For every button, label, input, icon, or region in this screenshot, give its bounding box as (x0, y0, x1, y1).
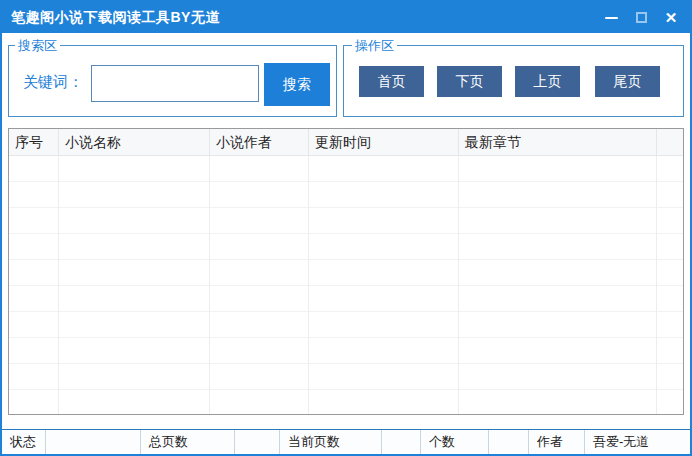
operation-section: 操作区 首页下页上页尾页 (343, 45, 684, 117)
table-cell (657, 182, 683, 208)
table-cell (59, 234, 210, 260)
table-cell (459, 286, 657, 312)
table-cell (210, 364, 309, 390)
novel-table: 序号小说名称小说作者更新时间最新章节 (8, 128, 684, 415)
status-bar: 状态总页数当前页数个数作者吾爱-无道 (2, 429, 690, 454)
table-cell (59, 156, 210, 182)
status-segment-author-label: 作者 (529, 430, 585, 454)
nav-button-prev-page[interactable]: 上页 (515, 66, 580, 97)
table-cell (657, 338, 683, 364)
table-row (9, 208, 683, 234)
column-header-4[interactable]: 最新章节 (459, 129, 657, 156)
column-header-5[interactable] (657, 129, 683, 156)
table-cell (9, 260, 59, 286)
nav-buttons: 首页下页上页尾页 (344, 46, 683, 116)
table-cell (9, 312, 59, 338)
table-cell (657, 364, 683, 390)
column-header-2[interactable]: 小说作者 (210, 129, 309, 156)
status-segment-count-value (489, 430, 529, 454)
window-controls: ✕ (596, 2, 690, 33)
table-cell (9, 156, 59, 182)
status-segment-current-page-label: 当前页数 (280, 430, 382, 454)
table-cell (59, 364, 210, 390)
status-segment-total-pages-value (235, 430, 280, 454)
table-cell (9, 286, 59, 312)
table-cell (210, 390, 309, 415)
titlebar: 笔趣阁小说下载阅读工具BY无道 ✕ (2, 2, 690, 33)
table-header: 序号小说名称小说作者更新时间最新章节 (9, 129, 683, 156)
nav-button-next-page[interactable]: 下页 (437, 66, 502, 97)
table-cell (657, 312, 683, 338)
table-cell (459, 260, 657, 286)
status-segment-status-label: 状态 (2, 430, 46, 454)
table-row (9, 182, 683, 208)
table-cell (210, 286, 309, 312)
table-cell (459, 182, 657, 208)
table-cell (309, 234, 459, 260)
table-cell (59, 338, 210, 364)
table-cell (309, 364, 459, 390)
close-button[interactable]: ✕ (656, 2, 686, 33)
table-cell (459, 208, 657, 234)
table-cell (657, 260, 683, 286)
table-cell (309, 156, 459, 182)
table-cell (9, 364, 59, 390)
table-cell (9, 208, 59, 234)
table-row (9, 312, 683, 338)
table-cell (309, 260, 459, 286)
maximize-icon (636, 12, 647, 23)
status-segment-status-value (46, 430, 141, 454)
column-header-1[interactable]: 小说名称 (59, 129, 210, 156)
table-cell (657, 208, 683, 234)
table-cell (657, 286, 683, 312)
table-cell (210, 156, 309, 182)
column-header-3[interactable]: 更新时间 (309, 129, 459, 156)
table-cell (459, 390, 657, 415)
window-title: 笔趣阁小说下载阅读工具BY无道 (2, 9, 220, 27)
keyword-label: 关键词： (23, 73, 83, 92)
table-cell (59, 286, 210, 312)
search-button[interactable]: 搜索 (264, 63, 330, 106)
table-cell (309, 286, 459, 312)
nav-button-first-page[interactable]: 首页 (359, 66, 424, 97)
status-segment-author-value: 吾爱-无道 (585, 430, 690, 454)
table-cell (459, 234, 657, 260)
table-cell (210, 338, 309, 364)
table-cell (59, 390, 210, 415)
table-cell (210, 260, 309, 286)
table-cell (459, 364, 657, 390)
table-row (9, 364, 683, 390)
minimize-icon (605, 17, 618, 19)
maximize-button[interactable] (626, 2, 656, 33)
table-row (9, 286, 683, 312)
table-row (9, 156, 683, 182)
table-row (9, 338, 683, 364)
table-cell (9, 390, 59, 415)
column-header-0[interactable]: 序号 (9, 129, 59, 156)
status-segment-total-pages-label: 总页数 (141, 430, 235, 454)
table-cell (657, 390, 683, 415)
close-icon: ✕ (665, 9, 678, 27)
search-section: 搜索区 关键词： 搜索 (8, 45, 337, 117)
table-cell (309, 338, 459, 364)
table-cell (309, 312, 459, 338)
table-cell (59, 182, 210, 208)
table-row (9, 390, 683, 415)
keyword-input[interactable] (91, 65, 259, 102)
minimize-button[interactable] (596, 2, 626, 33)
search-section-legend: 搜索区 (15, 37, 60, 55)
table-cell (309, 182, 459, 208)
table-cell (210, 182, 309, 208)
table-cell (210, 312, 309, 338)
table-cell (459, 338, 657, 364)
nav-button-last-page[interactable]: 尾页 (595, 66, 660, 97)
status-segment-count-label: 个数 (421, 430, 489, 454)
table-cell (59, 260, 210, 286)
table-cell (9, 338, 59, 364)
table-cell (309, 390, 459, 415)
table-cell (9, 182, 59, 208)
table-cell (657, 234, 683, 260)
table-cell (9, 234, 59, 260)
table-cell (59, 312, 210, 338)
table-cell (309, 208, 459, 234)
